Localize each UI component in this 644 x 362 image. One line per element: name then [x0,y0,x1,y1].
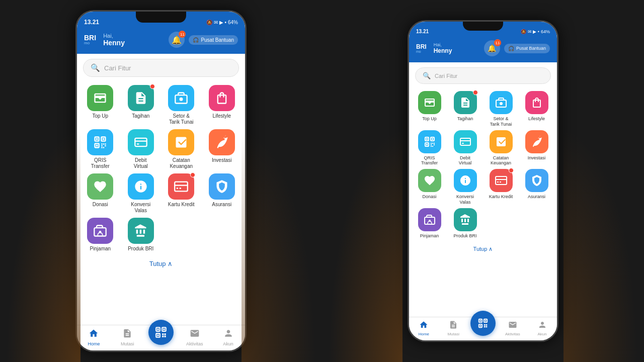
nav-icon-akun [223,328,233,340]
svg-rect-42 [434,143,435,144]
menu-icon-pinjaman [418,208,441,231]
menu-item-topup[interactable]: Top Up [413,91,446,127]
menu-label-produk: Produk BRI [128,246,153,252]
nav-item-home[interactable]: Home [409,320,439,336]
search-placeholder: Cari Fitur [104,64,131,72]
menu-icon-catatan [168,129,194,155]
menu-item-kartu[interactable]: Kartu Kredit [163,173,200,214]
qris-scan-button[interactable] [148,320,174,345]
menu-item-konversi[interactable]: Konversi Valas [449,169,481,205]
nav-item-qris[interactable] [144,330,178,345]
menu-item-donasi[interactable]: Donasi [82,173,119,214]
bottom-nav: HomeMutasi [409,317,557,340]
svg-rect-6 [103,138,105,140]
menu-item-asuransi[interactable]: Asuransi [520,169,553,205]
svg-rect-30 [163,328,165,330]
brimo-logo: BRI mo [84,34,96,45]
menu-item-catatan[interactable]: Catatan Keuangan [485,130,517,166]
header-left: BRI mo Hai, Henny [84,33,125,47]
search-bar[interactable]: 🔍 Cari Fitur [415,67,551,84]
menu-label-lifestyle: Lifestyle [212,113,231,119]
svg-rect-7 [96,145,98,147]
menu-item-setor[interactable]: Setor & Tarik Tunai [485,91,517,127]
svg-rect-14 [105,145,106,146]
help-button[interactable]: 🎧 Pusat Bantuan [504,44,550,53]
menu-item-lifestyle[interactable]: Lifestyle [520,91,553,127]
bri-text: BRI [416,44,427,50]
menu-item-topup[interactable]: Top Up [82,85,119,125]
notification-badge: 11 [179,31,186,38]
menu-icon-tagihan [128,85,154,111]
menu-label-konversi: Konversi Valas [131,202,150,214]
headset-icon: 🎧 [193,37,199,43]
notch [463,22,503,31]
tutup-button[interactable]: Tutup ∧ [77,256,245,272]
nav-item-aktivitas[interactable]: Aktivitas [498,320,527,336]
menu-label-kartu: Kartu Kredit [168,202,195,208]
nav-item-aktivitas[interactable]: Aktivitas [178,328,211,346]
notification-button[interactable]: 🔔 11 [169,32,185,48]
menu-item-debit[interactable]: Debit Virtual [449,130,481,166]
scroll-content[interactable]: Top UpTagihanSetor & Tarik TunaiLifestyl… [77,81,245,325]
help-label: Pusat Bantuan [516,46,546,51]
menu-icon-kartu [490,169,513,192]
nav-item-mutasi[interactable]: Mutasi [439,320,468,336]
nav-label-aktivitas: Aktivitas [186,341,203,346]
search-bar[interactable]: 🔍 Cari Fitur [83,59,239,77]
menu-item-pinjaman[interactable]: Pinjaman [82,218,119,252]
menu-icon-investasi [525,130,548,153]
menu-item-pinjaman[interactable]: Pinjaman [413,208,446,239]
menu-item-qris[interactable]: QRIS Transfer [82,129,119,169]
tutup-button[interactable]: Tutup ∧ [409,242,557,256]
nav-item-mutasi[interactable]: Mutasi [111,328,144,346]
nav-item-home[interactable]: Home [77,328,111,346]
nav-label-mutasi: Mutasi [447,332,459,336]
qris-scan-button[interactable] [470,311,496,336]
menu-item-setor[interactable]: Setor & Tarik Tunai [163,85,200,125]
status-battery: 64% [541,29,550,34]
menu-icon-produk [128,218,154,244]
menu-item-produk[interactable]: Produk BRI [449,208,481,239]
menu-item-debit[interactable]: Debit Virtual [123,129,159,169]
help-button[interactable]: 🎧 Pusat Bantuan [189,35,238,45]
menu-icon-debit [128,129,154,155]
svg-rect-17 [175,182,188,192]
greeting-name: Henny [434,47,452,54]
menu-icon-kartu [168,173,194,200]
svg-point-33 [500,102,503,105]
svg-rect-16 [137,143,139,144]
menu-grid: Top UpTagihanSetor & Tarik TunaiLifestyl… [409,88,557,242]
bri-text: BRI [84,34,96,41]
nav-item-qris[interactable] [468,321,498,336]
menu-item-investasi[interactable]: Investasi [520,130,553,166]
menu-item-kartu[interactable]: Kartu Kredit [485,169,517,205]
svg-rect-13 [103,147,104,148]
menu-item-investasi[interactable]: Investasi [204,129,240,169]
svg-rect-41 [432,143,433,144]
menu-item-tagihan[interactable]: Tagihan [449,91,481,127]
svg-rect-60 [486,326,487,328]
menu-icon-setor [490,91,513,114]
menu-label-kartu: Kartu Kredit [489,194,513,200]
menu-item-produk[interactable]: Produk BRI [123,218,159,252]
nav-label-akun: Akun [537,332,546,336]
menu-icon-catatan [490,130,513,153]
nav-item-akun[interactable]: Akun [527,320,557,336]
notification-button[interactable]: 🔔 11 [484,40,500,56]
menu-item-konversi[interactable]: Konversi Valas [123,173,159,214]
menu-item-lifestyle[interactable]: Lifestyle [204,85,240,125]
menu-item-catatan[interactable]: Catatan Keuangan [163,129,200,169]
nav-label-home: Home [419,332,429,336]
menu-item-asuransi[interactable]: Asuransi [204,173,240,214]
svg-rect-47 [460,138,470,145]
menu-item-donasi[interactable]: Donasi [413,169,446,205]
svg-rect-10 [105,143,106,144]
nav-item-akun[interactable]: Akun [211,328,245,346]
scroll-content[interactable]: Top UpTagihanSetor & Tarik TunaiLifestyl… [409,88,557,317]
menu-item-tagihan[interactable]: Tagihan [123,85,159,125]
svg-rect-8 [102,143,103,144]
svg-rect-40 [431,143,432,144]
header-left: BRI mo Hai, Henny [416,42,452,54]
svg-rect-15 [135,138,146,146]
menu-item-qris[interactable]: QRIS Transfer [413,130,446,166]
